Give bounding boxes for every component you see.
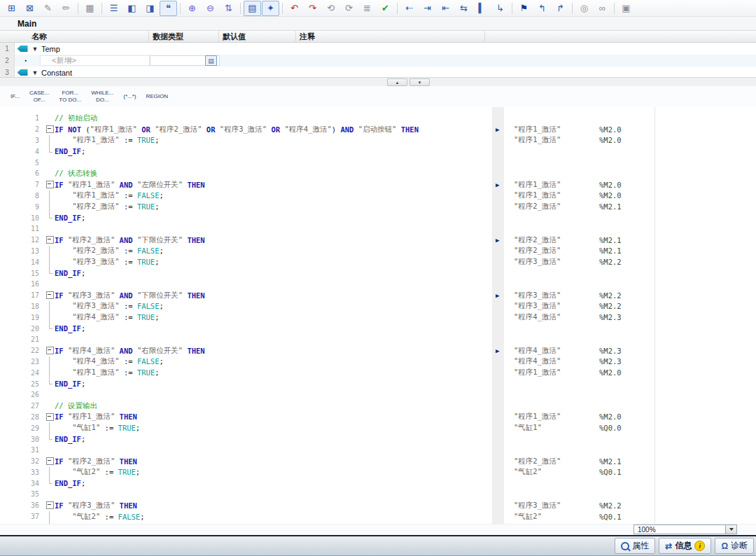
collapse-box-icon[interactable] — [46, 181, 54, 188]
snippet-if[interactable]: IF... — [10, 93, 20, 100]
snippet-case[interactable]: CASE...OF... — [29, 90, 49, 104]
table-header-datatype[interactable]: 数据类型 — [149, 31, 219, 42]
previous-bookmark-icon[interactable]: ↰ — [533, 1, 551, 16]
fold-marker[interactable] — [45, 235, 55, 246]
info-tab[interactable]: ⇄ 信息 i — [659, 538, 711, 554]
xref-arrow-icon[interactable]: ▶ — [496, 126, 499, 133]
compare-values-icon[interactable]: ≣ — [358, 1, 376, 16]
table-header-default[interactable]: 默认值 — [219, 31, 296, 42]
collapse-box-icon[interactable] — [46, 413, 54, 421]
set-bookmark-icon[interactable]: ⚑ — [515, 1, 533, 16]
zoom-dropdown-arrow-button[interactable] — [725, 525, 736, 534]
collapse-box-icon[interactable] — [46, 236, 54, 244]
code-line[interactable]: 21 — [21, 334, 491, 345]
table-row[interactable]: 1▼Temp — [0, 43, 756, 55]
diagnostics-tab[interactable]: Ω 诊断 — [715, 538, 754, 554]
snippet-comment[interactable]: (*...*) — [123, 93, 136, 100]
copy-snapshot-icon[interactable]: ⟳ — [340, 1, 358, 16]
outdent-icon[interactable]: ⇤ — [437, 1, 454, 16]
redo-icon[interactable]: ↷ — [304, 1, 321, 16]
snippet-while[interactable]: WHILE...DO... — [91, 90, 113, 104]
row-default-cell[interactable] — [220, 55, 297, 67]
delete-row-icon[interactable]: ⊠ — [21, 1, 38, 16]
code-line[interactable]: 8 "程序1_激活" := FALSE; — [21, 190, 491, 202]
code-line[interactable]: 6// 状态转换 — [21, 168, 491, 179]
splitter-collapse-up-button[interactable]: ▲ — [387, 78, 407, 86]
collapse-box-icon[interactable] — [46, 125, 54, 133]
collapse-box-icon[interactable] — [46, 291, 54, 299]
collapse-all-sections-icon[interactable]: ◨ — [141, 1, 159, 16]
row-comment-cell[interactable] — [297, 55, 756, 67]
know-how-protection-icon[interactable]: ▣ — [617, 1, 635, 16]
snippet-region[interactable]: REGION — [146, 93, 168, 100]
fold-marker[interactable] — [45, 500, 55, 511]
row-comment-cell[interactable] — [297, 43, 756, 55]
code-line[interactable]: 1// 初始启动 — [21, 113, 491, 124]
next-bookmark-icon[interactable]: ↱ — [552, 1, 569, 16]
fold-marker[interactable] — [45, 412, 55, 423]
code-line[interactable]: 26 — [21, 389, 491, 401]
properties-tab[interactable]: 属性 — [615, 538, 655, 554]
code-line[interactable]: 27// 设置输出 — [21, 401, 491, 412]
collapse-box-icon[interactable] — [46, 347, 54, 354]
code-line[interactable]: 20END_IF; — [21, 323, 491, 334]
mark-line-icon[interactable]: ▍ — [473, 1, 491, 16]
code-line[interactable]: 29 "气缸1" := TRUE; — [21, 422, 491, 433]
insert-row-icon[interactable]: ⊞ — [3, 1, 20, 16]
datatype-picker-button[interactable]: ▤ — [205, 55, 217, 66]
goto-network-icon[interactable]: ⇠ — [400, 1, 418, 16]
code-line[interactable]: 12IF "程序2_激活" AND "下限位开关" THEN — [21, 235, 491, 246]
code-line[interactable]: 2IF NOT ("程序1_激活" OR "程序2_激活" OR "程序3_激活… — [21, 124, 491, 135]
code-line[interactable]: 36IF "程序3_激活" THEN — [21, 500, 491, 511]
scl-code-editor[interactable]: 1// 初始启动2IF NOT ("程序1_激活" OR "程序2_激活" OR… — [21, 107, 491, 525]
code-line[interactable]: 28IF "程序1_激活" THEN — [21, 412, 491, 423]
keep-actual-values-icon[interactable]: ▦ — [81, 1, 99, 16]
expander-icon[interactable]: ▼ — [30, 46, 40, 53]
code-line[interactable]: 5 — [21, 157, 491, 168]
favorites-view-icon[interactable]: ✦ — [262, 1, 279, 16]
fold-marker[interactable] — [45, 290, 55, 301]
format-code-icon[interactable]: ⇆ — [455, 1, 472, 16]
code-line[interactable]: 34END_IF; — [21, 478, 491, 489]
expand-networks-icon[interactable]: ⊕ — [183, 1, 201, 16]
xref-arrow-icon[interactable]: ▶ — [496, 237, 499, 244]
editor-splitter[interactable]: ▲ ▼ — [0, 77, 756, 87]
code-line[interactable]: 13 "程序2_激活" := FALSE; — [21, 246, 491, 257]
indent-icon[interactable]: ⇥ — [419, 1, 436, 16]
code-line[interactable]: 25END_IF; — [21, 378, 491, 389]
row-name-cell[interactable]: <新增> — [40, 55, 150, 66]
code-line[interactable]: 10END_IF; — [21, 212, 491, 223]
code-line[interactable]: 16 — [21, 279, 491, 290]
load-snapshot-icon[interactable]: ⟲ — [322, 1, 340, 16]
fold-marker[interactable] — [45, 456, 55, 467]
code-line[interactable]: 24 "程序1_激活" := TRUE; — [21, 367, 491, 378]
go-to-definition-icon[interactable]: ∞ — [594, 1, 611, 16]
table-row[interactable]: 2▪<新增>▤ — [0, 55, 756, 67]
code-line[interactable]: 11 — [21, 223, 491, 235]
row-datatype-cell[interactable]: ▤ — [150, 55, 220, 66]
snippet-for[interactable]: FOR...TO DO... — [59, 90, 81, 104]
favorites-icon[interactable]: ⇅ — [220, 1, 237, 16]
fold-marker[interactable] — [45, 124, 55, 135]
jump-label-icon[interactable]: ↳ — [491, 1, 509, 16]
row-datatype-cell[interactable] — [150, 43, 220, 55]
fold-marker[interactable] — [45, 345, 55, 356]
collapse-box-icon[interactable] — [46, 501, 54, 509]
edit-properties-icon[interactable]: ✏ — [57, 1, 75, 16]
find-replace-icon[interactable]: ◎ — [575, 1, 593, 16]
xref-arrow-icon[interactable]: ▶ — [496, 292, 499, 299]
collapse-networks-icon[interactable]: ⊖ — [202, 1, 219, 16]
code-line[interactable]: 14 "程序3_激活" := TRUE; — [21, 256, 491, 267]
absolute-info-icon[interactable]: ▤ — [244, 1, 261, 16]
code-line[interactable]: 18 "程序3_激活" := FALSE; — [21, 301, 491, 312]
table-header-name[interactable]: 名称 — [28, 31, 149, 42]
code-line[interactable]: 17IF "程序3_激活" AND "下限位开关" THEN — [21, 290, 491, 301]
code-line[interactable]: 30END_IF; — [21, 433, 491, 445]
rename-tag-icon[interactable]: ✎ — [39, 1, 57, 16]
code-line[interactable]: 35 — [21, 489, 491, 500]
table-header-comment[interactable]: 注释 — [296, 31, 485, 42]
code-line[interactable]: 19 "程序4_激活" := TRUE; — [21, 312, 491, 323]
splitter-collapse-down-button[interactable]: ▼ — [410, 78, 430, 86]
code-line[interactable]: 33 "气缸2" := TRUE; — [21, 467, 491, 478]
code-line[interactable]: 32IF "程序2_激活" THEN — [21, 456, 491, 467]
